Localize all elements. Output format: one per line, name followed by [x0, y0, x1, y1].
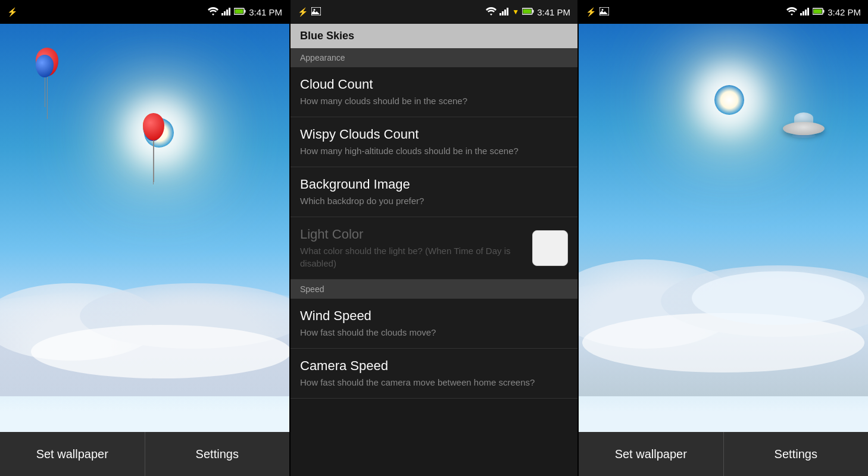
- speed-label: Speed: [300, 284, 324, 294]
- wispy-clouds-text: Wispy Clouds Count How many high-altitud…: [300, 127, 568, 157]
- left-bottom-bar: Set wallpaper Settings: [0, 432, 289, 476]
- settings-header: Blue Skies: [291, 24, 577, 48]
- light-color-text: Light Color What color should the light …: [300, 227, 525, 270]
- left-status-time: 3:41 PM: [249, 7, 282, 17]
- battery-icon-right: [813, 7, 825, 17]
- ufo-container: [783, 122, 825, 135]
- battery-icon: [234, 7, 246, 17]
- image-icon-mid: [311, 7, 321, 17]
- left-status-bar: ⚡ 3:41 PM: [0, 0, 289, 24]
- balloon-red2: [143, 113, 164, 182]
- svg-rect-10: [502, 11, 504, 15]
- svg-rect-5: [245, 10, 246, 13]
- background-image-desc: Which backdrop do you prefer?: [300, 195, 568, 207]
- cloud-count-title: Cloud Count: [300, 77, 568, 92]
- right-bottom-bar: Set wallpaper Settings: [579, 432, 868, 476]
- right-sun: [714, 85, 744, 115]
- settings-body[interactable]: Appearance Cloud Count How many clouds s…: [291, 48, 577, 476]
- background-image-item[interactable]: Background Image Which backdrop do you p…: [291, 167, 577, 217]
- ufo-body: [783, 122, 825, 135]
- svg-rect-12: [507, 8, 508, 15]
- svg-rect-6: [235, 10, 243, 14]
- svg-rect-9: [499, 13, 501, 15]
- cloud-count-desc: How many clouds should be in the scene?: [300, 95, 568, 107]
- svg-rect-11: [504, 10, 506, 15]
- right-status-icons-left: ⚡: [586, 7, 609, 17]
- right-set-wallpaper-button[interactable]: Set wallpaper: [579, 432, 724, 476]
- balloon-blue2-body: [36, 55, 54, 77]
- background-image-text: Background Image Which backdrop do you p…: [300, 177, 568, 207]
- usb-icon-mid: ⚡: [298, 7, 308, 17]
- balloon-string2: [45, 77, 45, 107]
- svg-point-17: [602, 9, 604, 11]
- wispy-clouds-title: Wispy Clouds Count: [300, 127, 568, 142]
- middle-status-bar: ⚡ ▼ 3:41 PM: [291, 0, 577, 24]
- cloud-count-text: Cloud Count How many clouds should be in…: [300, 77, 568, 107]
- balloon-blue2-left: [36, 55, 54, 107]
- svg-rect-15: [523, 10, 532, 14]
- usb-icon-right: ⚡: [586, 7, 596, 17]
- settings-title: Blue Skies: [300, 30, 354, 42]
- right-status-time: 3:42 PM: [828, 7, 861, 17]
- middle-panel: ⚡ ▼ 3:41 PM Blue Skies Appearance: [289, 0, 579, 476]
- svg-rect-14: [533, 10, 534, 13]
- camera-speed-title: Camera Speed: [300, 358, 568, 374]
- svg-rect-23: [823, 10, 825, 13]
- light-color-title: Light Color: [300, 227, 525, 242]
- svg-rect-3: [229, 8, 230, 15]
- middle-status-icons-right: ▼ 3:41 PM: [486, 7, 570, 17]
- ufo: [783, 122, 825, 135]
- ufo-dome: [794, 112, 813, 123]
- balloon-string-red2: [154, 140, 154, 182]
- left-clouds: [0, 253, 289, 396]
- background-image-title: Background Image: [300, 177, 568, 192]
- svg-rect-2: [226, 10, 228, 15]
- appearance-section-header: Appearance: [291, 48, 577, 67]
- camera-speed-text: Camera Speed How fast should the camera …: [300, 358, 568, 389]
- right-status-bar: ⚡ 3:42 PM: [579, 0, 868, 24]
- right-panel: ⚡ 3:42 PM: [579, 0, 868, 476]
- wispy-clouds-item[interactable]: Wispy Clouds Count How many high-altitud…: [291, 117, 577, 167]
- wind-speed-desc: How fast should the clouds move?: [300, 326, 568, 339]
- wind-speed-item[interactable]: Wind Speed How fast should the clouds mo…: [291, 299, 577, 349]
- wind-speed-text: Wind Speed How fast should the clouds mo…: [300, 308, 568, 339]
- camera-speed-item[interactable]: Camera Speed How fast should the camera …: [291, 349, 577, 399]
- svg-rect-19: [803, 11, 804, 15]
- appearance-label: Appearance: [300, 53, 345, 62]
- balloon-red2-body: [143, 113, 164, 140]
- image-icon-right: [600, 7, 609, 17]
- svg-rect-21: [807, 8, 809, 15]
- left-sky-bg: [0, 24, 289, 432]
- svg-point-8: [314, 9, 316, 11]
- camera-speed-desc: How fast should the camera move between …: [300, 376, 568, 389]
- light-color-desc: What color should the light be? (When Ti…: [300, 245, 525, 270]
- speed-section-header: Speed: [291, 280, 577, 299]
- right-sun-core: [714, 85, 744, 115]
- wind-speed-title: Wind Speed: [300, 308, 568, 324]
- wifi-icon-mid: [486, 7, 497, 17]
- left-set-wallpaper-button[interactable]: Set wallpaper: [0, 432, 145, 476]
- svg-rect-24: [814, 10, 822, 14]
- battery-icon-mid: [522, 7, 534, 17]
- svg-rect-1: [224, 11, 226, 15]
- right-status-icons-right: 3:42 PM: [786, 7, 861, 17]
- usb-icon: ⚡: [7, 7, 17, 17]
- left-settings-button[interactable]: Settings: [145, 432, 290, 476]
- right-settings-button[interactable]: Settings: [724, 432, 869, 476]
- signal-icon: [221, 7, 231, 17]
- middle-status-icons-left: ⚡: [298, 7, 321, 17]
- cloud-count-item[interactable]: Cloud Count How many clouds should be in…: [291, 67, 577, 117]
- svg-rect-0: [221, 13, 223, 15]
- light-color-swatch: [532, 230, 568, 266]
- signal-icon-mid: [499, 7, 509, 17]
- middle-status-time: 3:41 PM: [537, 7, 570, 17]
- light-color-item: Light Color What color should the light …: [291, 217, 577, 280]
- left-status-icons-left: ⚡: [7, 7, 17, 17]
- wispy-clouds-desc: How many high-altitude clouds should be …: [300, 145, 568, 157]
- svg-rect-20: [805, 10, 807, 15]
- dl-arrow-icon: ▼: [512, 8, 519, 16]
- signal-icon-right: [800, 7, 810, 17]
- svg-rect-18: [800, 13, 802, 15]
- left-panel: ⚡ 3:41 PM: [0, 0, 289, 476]
- wifi-icon: [208, 7, 218, 17]
